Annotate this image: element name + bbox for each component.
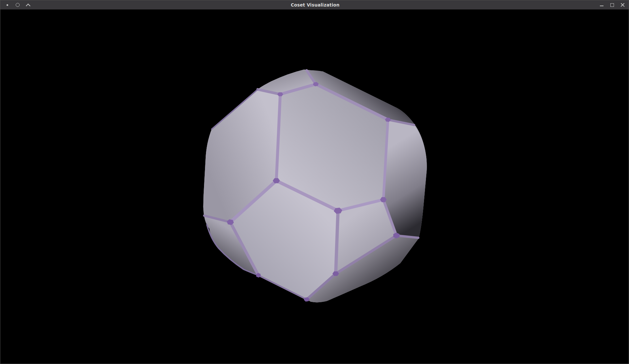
minimize-icon [600, 6, 604, 6]
titlebar-left-controls [0, 1, 76, 8]
circle-icon[interactable] [14, 1, 21, 8]
coset-polyhedron[interactable] [0, 9, 629, 364]
window-title: Coset Visualization [76, 2, 555, 8]
titlebar[interactable]: Coset Visualization [0, 0, 629, 9]
dot-icon[interactable] [4, 1, 11, 8]
close-button[interactable] [618, 1, 627, 9]
titlebar-right-controls [555, 1, 629, 9]
close-icon [620, 3, 625, 7]
chevron-up-icon[interactable] [25, 1, 32, 8]
maximize-icon [610, 3, 614, 7]
polyhedron-edge [336, 211, 338, 274]
maximize-button[interactable] [608, 1, 616, 9]
app-window: Coset Visualization [0, 0, 629, 364]
minimize-button[interactable] [597, 1, 606, 9]
3d-viewport[interactable] [0, 9, 629, 364]
